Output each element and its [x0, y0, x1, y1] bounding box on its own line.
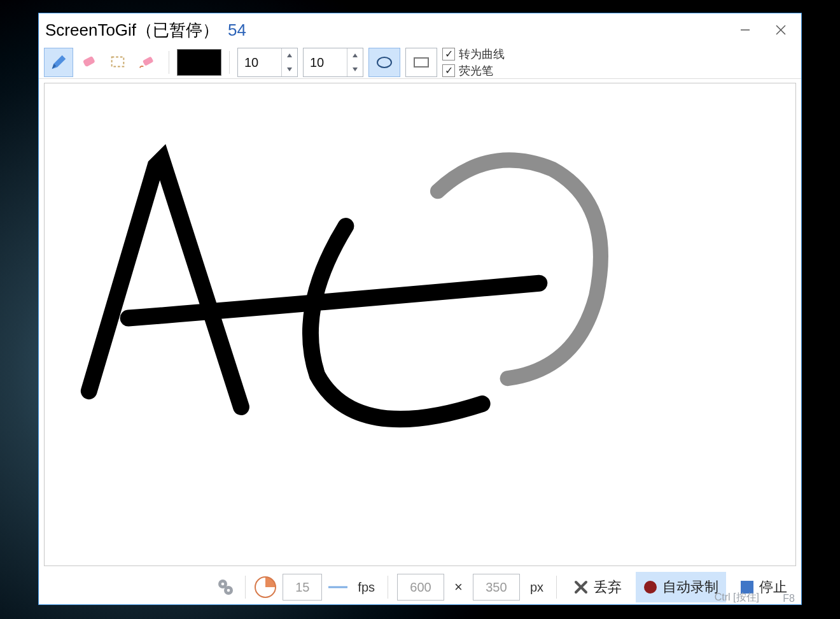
pen-tool-button[interactable]	[44, 48, 73, 77]
eraser-tool-button[interactable]	[74, 48, 102, 76]
toolbar-options: ✓ 转为曲线 ✓ 荧光笔	[442, 46, 505, 78]
app-window: ScreenToGif（已暂停） 54	[38, 13, 802, 605]
svg-rect-6	[112, 57, 124, 67]
height-input[interactable]: 350	[473, 574, 520, 601]
x-icon	[573, 580, 589, 595]
stroke-color-swatch[interactable]	[177, 49, 221, 76]
svg-marker-9	[287, 68, 292, 71]
status-separator	[556, 576, 557, 599]
eraser-width-up[interactable]	[347, 48, 363, 62]
stop-label: 停止	[759, 578, 787, 597]
status-separator	[388, 576, 388, 599]
svg-point-12	[377, 57, 391, 68]
eraser-stroke-icon	[137, 52, 157, 71]
chevron-down-icon	[286, 67, 293, 72]
width-input[interactable]: 600	[397, 574, 444, 601]
drawing-canvas[interactable]	[44, 83, 796, 566]
eraser-stroke-tool-button[interactable]	[133, 48, 161, 76]
svg-rect-5	[83, 56, 95, 68]
record-icon	[643, 580, 657, 594]
fps-indicator-icon	[255, 576, 276, 598]
svg-marker-10	[353, 53, 358, 57]
size-times-symbol: ×	[454, 579, 463, 595]
close-icon	[774, 24, 787, 36]
fps-input[interactable]: 15	[283, 574, 322, 601]
chevron-down-icon	[352, 67, 358, 72]
svg-rect-7	[143, 56, 154, 66]
discard-label: 丢弃	[594, 578, 622, 597]
svg-rect-13	[414, 58, 428, 67]
eraser-width-down[interactable]	[347, 62, 363, 76]
convert-curve-label: 转为曲线	[459, 46, 505, 62]
svg-point-21	[644, 581, 657, 594]
status-separator	[245, 576, 246, 599]
stroke-width-up[interactable]	[282, 48, 297, 62]
rectangle-icon	[412, 56, 430, 69]
svg-marker-11	[353, 68, 358, 71]
rectangle-select-icon	[108, 52, 127, 71]
discard-button[interactable]: 丢弃	[566, 572, 629, 602]
size-unit-label: px	[530, 580, 543, 595]
svg-point-16	[221, 583, 225, 586]
stop-button[interactable]: 停止	[732, 572, 795, 602]
status-bar: 15 fps 600 × 350 px 丢弃 自动录制	[39, 570, 801, 604]
settings-button[interactable]	[214, 576, 236, 598]
eraser-width-stepper[interactable]: 10	[303, 48, 363, 77]
round-tip-button[interactable]	[368, 48, 400, 77]
convert-curve-checkbox[interactable]: ✓	[442, 48, 455, 60]
minimize-button[interactable]	[727, 17, 763, 43]
stroke-width-value[interactable]: 10	[238, 48, 281, 76]
close-button[interactable]	[763, 17, 799, 43]
highlighter-checkbox[interactable]: ✓	[442, 64, 455, 77]
eraser-width-value[interactable]: 10	[304, 48, 347, 76]
stop-icon	[740, 580, 754, 594]
gears-icon	[214, 576, 236, 598]
eraser-icon	[79, 52, 98, 71]
svg-point-17	[227, 589, 230, 592]
top-toolbar: 10 10 ✓ 转为曲线 ✓ 荧光笔	[39, 46, 801, 79]
minimize-icon	[739, 24, 751, 36]
pencil-icon	[49, 53, 68, 72]
stroke-width-stepper[interactable]: 10	[237, 48, 298, 77]
toolbar-separator	[229, 51, 230, 74]
auto-record-button[interactable]: 自动录制	[636, 572, 726, 602]
ellipse-icon	[375, 56, 393, 69]
auto-record-label: 自动录制	[662, 578, 718, 597]
svg-rect-22	[741, 581, 753, 594]
canvas-drawing	[45, 83, 795, 566]
toolbar-separator	[169, 51, 169, 74]
window-title: ScreenToGif（已暂停）	[45, 19, 219, 41]
slider-icon[interactable]	[328, 583, 347, 591]
rectangle-tool-button[interactable]	[104, 48, 132, 76]
tool-group-drawing	[44, 48, 161, 77]
square-tip-button[interactable]	[405, 48, 437, 77]
highlighter-label: 荧光笔	[459, 63, 493, 78]
frame-count: 54	[228, 20, 246, 40]
stroke-width-down[interactable]	[282, 62, 297, 76]
svg-marker-8	[287, 53, 292, 57]
fps-unit-label: fps	[358, 580, 375, 595]
titlebar[interactable]: ScreenToGif（已暂停） 54	[39, 13, 801, 46]
chevron-up-icon	[286, 53, 293, 58]
chevron-up-icon	[352, 53, 358, 58]
